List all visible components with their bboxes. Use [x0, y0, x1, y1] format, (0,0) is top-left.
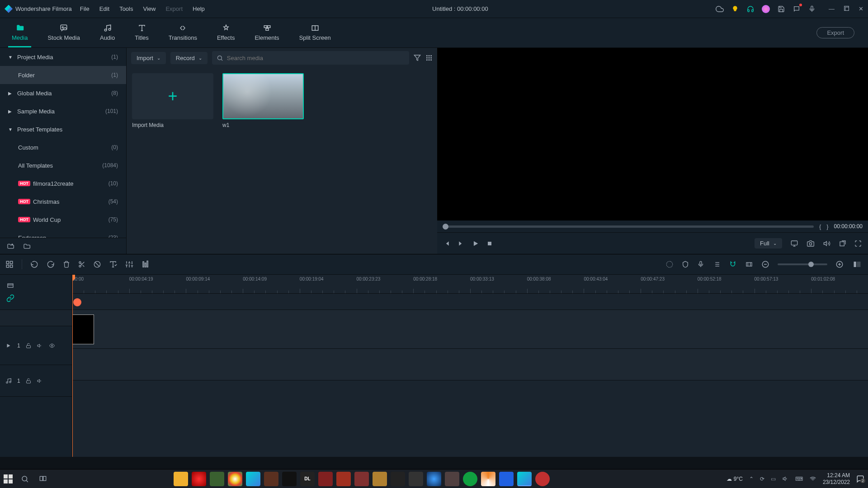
menu-export[interactable]: Export — [165, 5, 183, 12]
snap-icon[interactable] — [6, 282, 66, 289]
render-icon[interactable] — [665, 260, 674, 268]
open-folder-icon[interactable] — [23, 243, 31, 250]
idea-icon[interactable] — [731, 5, 739, 13]
menu-edit[interactable]: Edit — [99, 5, 109, 12]
zoom-slider[interactable] — [778, 263, 827, 265]
playhead[interactable] — [72, 275, 73, 457]
import-tile[interactable]: + — [132, 73, 213, 119]
taskbar-search-icon[interactable] — [21, 475, 29, 483]
search-box[interactable] — [212, 51, 409, 65]
export-button[interactable]: Export — [816, 27, 854, 38]
tray-battery-icon[interactable]: ▭ — [771, 476, 776, 482]
filter-icon[interactable] — [414, 54, 421, 61]
app-black[interactable] — [282, 472, 297, 486]
mixer-icon[interactable] — [142, 260, 150, 268]
tray-chevron-icon[interactable]: ⌃ — [749, 476, 754, 482]
voiceover-icon[interactable] — [697, 260, 704, 268]
import-media-tile[interactable]: + Import Media — [132, 73, 213, 128]
app-blue2[interactable] — [499, 472, 514, 486]
lock-icon[interactable] — [26, 378, 31, 384]
tab-effects[interactable]: Effects — [213, 18, 239, 47]
mark-out-icon[interactable]: } — [826, 223, 828, 230]
text-icon[interactable] — [109, 260, 117, 268]
next-frame-icon[interactable] — [458, 240, 464, 247]
app-blue1[interactable] — [427, 472, 441, 486]
video-track[interactable] — [72, 310, 868, 349]
app-red3[interactable] — [354, 472, 369, 486]
adjust-icon[interactable] — [125, 260, 133, 268]
app-vlc[interactable] — [481, 472, 495, 486]
headset-icon[interactable] — [746, 5, 755, 13]
import-dropdown[interactable]: Import⌄ — [131, 52, 166, 64]
app-filmora-alt[interactable] — [246, 472, 260, 486]
app-red1[interactable] — [318, 472, 333, 486]
app-red2[interactable] — [336, 472, 351, 486]
app-spotify[interactable] — [463, 472, 477, 486]
mic-icon[interactable] — [808, 5, 816, 13]
popout-icon[interactable] — [839, 240, 846, 247]
sidebar-item[interactable]: HOTWorld Cup(75) — [0, 211, 126, 229]
tab-media[interactable]: Media — [8, 18, 31, 47]
menu-tools[interactable]: Tools — [119, 5, 133, 12]
cloud-icon[interactable] — [716, 5, 724, 13]
search-input[interactable] — [227, 55, 405, 61]
tab-transitions[interactable]: Transitions — [165, 18, 201, 47]
tab-split-screen[interactable]: Split Screen — [296, 18, 335, 47]
audio-track[interactable] — [72, 349, 868, 380]
layout-icon[interactable] — [5, 260, 14, 268]
tab-elements[interactable]: Elements — [251, 18, 283, 47]
sidebar-item[interactable]: Folder(1) — [0, 66, 126, 84]
play-icon[interactable] — [472, 240, 479, 247]
cut-icon[interactable] — [78, 260, 85, 268]
display-icon[interactable] — [790, 240, 798, 247]
crop-icon[interactable] — [94, 261, 101, 268]
notifications-icon[interactable]: 2 — [856, 475, 864, 483]
scrub-slider[interactable] — [443, 225, 814, 228]
sidebar-item[interactable]: ▼Project Media(1) — [0, 48, 126, 66]
app-dark2[interactable] — [409, 472, 423, 486]
message-icon[interactable] — [793, 5, 801, 13]
marker-icon[interactable] — [682, 260, 689, 268]
magnet-icon[interactable] — [729, 260, 737, 268]
maximize-icon[interactable] — [844, 5, 849, 12]
clock[interactable]: 12:24 AM 23/12/2022 — [823, 472, 850, 485]
app-record[interactable] — [192, 472, 206, 486]
redo-icon[interactable] — [47, 260, 55, 268]
tray-sync-icon[interactable]: ⟳ — [760, 476, 764, 482]
app-dl[interactable]: DL — [300, 472, 315, 486]
preview-video[interactable] — [437, 48, 868, 221]
snapshot-icon[interactable] — [807, 240, 815, 247]
list-icon[interactable] — [712, 261, 721, 268]
fit-icon[interactable] — [745, 261, 753, 268]
sidebar-item[interactable]: All Templates(1084) — [0, 156, 126, 174]
app-dark1[interactable] — [391, 472, 405, 486]
app-isaac[interactable] — [264, 472, 278, 486]
app-gold[interactable] — [373, 472, 387, 486]
tab-audio[interactable]: Audio — [96, 18, 118, 47]
media-item[interactable]: w1 — [222, 73, 304, 128]
undo-icon[interactable] — [30, 260, 38, 268]
app-red-circle[interactable] — [535, 472, 550, 486]
sidebar-item[interactable]: Endscreen(23) — [0, 229, 126, 238]
mute-icon[interactable] — [37, 378, 43, 384]
app-chrome[interactable] — [228, 472, 242, 486]
tab-titles[interactable]: Titles — [131, 18, 152, 47]
minimize-icon[interactable]: — — [829, 5, 835, 12]
time-ruler[interactable]: 00:0000:00:04:1900:00:09:1400:00:14:0900… — [72, 275, 868, 294]
save-icon[interactable] — [777, 5, 785, 13]
sidebar-item[interactable]: HOTChristmas(54) — [0, 192, 126, 211]
stop-icon[interactable] — [487, 241, 492, 246]
visibility-icon[interactable] — [48, 343, 56, 348]
app-explorer[interactable] — [174, 472, 188, 486]
mute-icon[interactable] — [37, 343, 43, 348]
tray-lang-icon[interactable]: ⌨ — [795, 476, 803, 482]
fullscreen-icon[interactable] — [854, 240, 862, 247]
start-button[interactable] — [4, 474, 13, 483]
lock-icon[interactable] — [26, 343, 31, 349]
menu-file[interactable]: File — [80, 5, 90, 12]
sidebar-item[interactable]: Custom(0) — [0, 138, 126, 156]
zoom-in-icon[interactable] — [835, 260, 844, 268]
prev-frame-icon[interactable] — [443, 240, 450, 247]
marker-dot[interactable] — [73, 298, 81, 306]
app-nvidia[interactable] — [210, 472, 224, 486]
